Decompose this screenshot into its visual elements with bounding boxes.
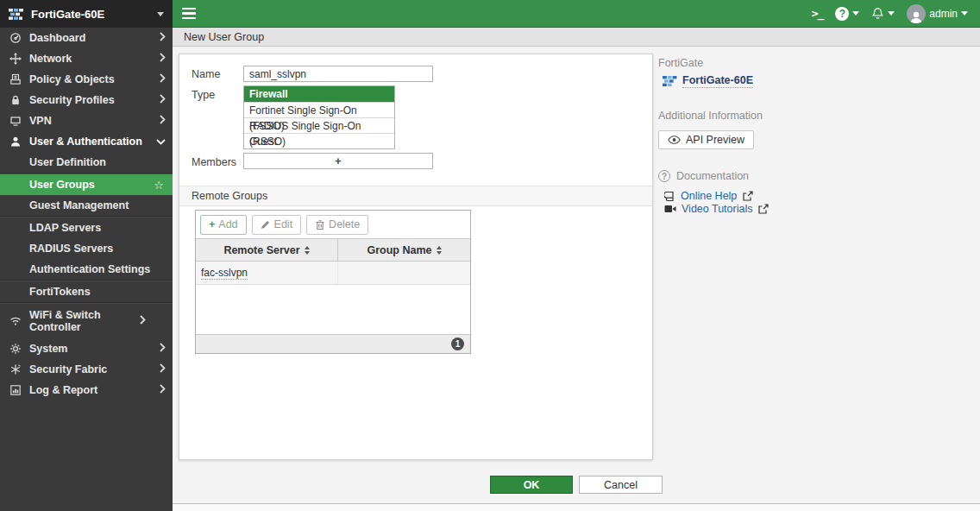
admin-username: admin: [929, 8, 958, 20]
security-fabric-icon: [9, 363, 22, 375]
sidebar-item-guest-management[interactable]: Guest Management: [0, 195, 173, 216]
user-icon: [9, 136, 22, 148]
help-icon[interactable]: ?: [835, 7, 849, 21]
policy-objects-icon: [9, 73, 22, 85]
sidebar-item-vpn[interactable]: VPN: [0, 110, 173, 131]
type-option-rsso[interactable]: RADIUS Single Sign-On (RSSO): [244, 117, 394, 133]
network-icon: [9, 53, 22, 65]
bell-icon[interactable]: [871, 7, 884, 21]
sidebar-item-wifi-switch-controller[interactable]: WiFi & Switch Controller: [0, 304, 173, 338]
column-header-group-name[interactable]: Group Name: [338, 239, 470, 261]
new-user-group-form: Name Type Firewall Fortinet Single Sign-…: [179, 54, 653, 460]
remote-groups-table: + Add Edit Delete Remote Server: [195, 210, 471, 354]
chevron-right-icon: [160, 53, 166, 65]
help-menu[interactable]: ?: [835, 7, 859, 21]
fortigate-heading: FortiGate: [658, 57, 703, 69]
name-input[interactable]: [243, 66, 433, 82]
trash-icon: [315, 219, 325, 230]
chevron-right-icon: [160, 343, 166, 355]
question-circle-icon: ?: [658, 170, 670, 182]
video-tutorials-link[interactable]: Video Tutorials: [664, 203, 769, 215]
lock-icon: [9, 94, 22, 106]
sidebar-nav: Dashboard Network Policy & Objects Secur…: [0, 28, 173, 511]
notifications-menu[interactable]: [871, 7, 895, 21]
device-link[interactable]: FortiGate-60E: [663, 74, 753, 88]
remote-groups-section-header: Remote Groups: [179, 186, 652, 206]
sidebar-item-security-profiles[interactable]: Security Profiles: [0, 90, 173, 110]
brand-bar: FortiGate-60E: [0, 0, 173, 28]
chevron-down-icon: [961, 11, 968, 16]
documentation-heading: ? Documentation: [658, 170, 749, 182]
online-help-link[interactable]: Online Help: [664, 190, 753, 202]
chevron-right-icon: [160, 363, 166, 375]
vpn-icon: [9, 115, 22, 127]
cancel-button[interactable]: Cancel: [579, 476, 663, 494]
sidebar-item-fortitokens[interactable]: FortiTokens: [0, 281, 173, 302]
sidebar-item-user-groups[interactable]: User Groups ☆: [0, 174, 173, 195]
type-option-fsso[interactable]: Fortinet Single Sign-On (FSSO): [244, 102, 394, 117]
main-content: Name Type Firewall Fortinet Single Sign-…: [173, 47, 980, 511]
fortigate-device-icon: [663, 76, 677, 86]
table-row[interactable]: fac-sslvpn: [196, 262, 470, 285]
sort-icon[interactable]: [305, 246, 310, 255]
wifi-icon: [9, 315, 22, 327]
device-name[interactable]: FortiGate-60E: [682, 74, 753, 88]
avatar[interactable]: [907, 4, 926, 23]
external-link-icon: [742, 191, 753, 202]
ok-button[interactable]: OK: [490, 476, 573, 494]
pencil-icon: [261, 219, 271, 230]
edit-button[interactable]: Edit: [252, 215, 302, 235]
breadcrumb: New User Group: [173, 28, 980, 47]
page-badge[interactable]: 1: [451, 338, 464, 350]
delete-button[interactable]: Delete: [306, 215, 368, 235]
api-preview-button[interactable]: API Preview: [658, 130, 754, 149]
sidebar-item-radius-servers[interactable]: RADIUS Servers: [0, 238, 173, 259]
sort-icon[interactable]: [437, 246, 442, 255]
sidebar-item-user-authentication[interactable]: User & Authentication: [0, 131, 173, 152]
star-icon[interactable]: ☆: [154, 179, 164, 192]
chevron-right-icon: [160, 73, 166, 85]
sidebar-item-policy-objects[interactable]: Policy & Objects: [0, 69, 173, 90]
table-header-row: Remote Server Group Name: [196, 238, 470, 262]
sidebar-item-system[interactable]: System: [0, 338, 173, 359]
add-button[interactable]: + Add: [200, 215, 247, 235]
table-empty-area: [196, 285, 470, 334]
cli-console-icon[interactable]: >_: [812, 7, 824, 20]
table-footer: 1: [196, 334, 470, 353]
plus-icon: +: [209, 218, 215, 230]
video-camera-icon: [664, 205, 676, 213]
name-label: Name: [192, 68, 220, 80]
external-link-icon: [757, 204, 769, 215]
sidebar-item-log-report[interactable]: Log & Report: [0, 380, 173, 401]
sidebar-item-network[interactable]: Network: [0, 48, 173, 69]
remote-groups-toolbar: + Add Edit Delete: [196, 211, 470, 238]
fortinet-logo-icon: [9, 9, 24, 20]
sidebar-item-user-definition[interactable]: User Definition: [0, 152, 173, 173]
page-title: New User Group: [184, 31, 264, 43]
type-option-firewall[interactable]: Firewall: [244, 86, 394, 102]
bar-chart-icon: [9, 384, 22, 396]
book-icon: [664, 191, 675, 202]
chevron-right-icon: [160, 115, 166, 127]
members-add-field[interactable]: +: [243, 153, 433, 169]
type-option-guest[interactable]: Guest: [244, 133, 394, 148]
chevron-down-icon: [852, 11, 859, 16]
fortigate-app: FortiGate-60E >_ ? admin: [0, 0, 980, 511]
chevron-down-icon: [156, 136, 166, 148]
remote-server-cell[interactable]: fac-sslvpn: [201, 267, 248, 280]
dashboard-icon: [9, 32, 22, 44]
bottom-scrollbar-track[interactable]: [173, 503, 980, 511]
sidebar-item-security-fabric[interactable]: Security Fabric: [0, 359, 173, 380]
hamburger-icon[interactable]: [173, 0, 205, 28]
chevron-right-icon: [140, 315, 146, 327]
sidebar-item-authentication-settings[interactable]: Authentication Settings: [0, 259, 173, 280]
chevron-down-icon[interactable]: [157, 12, 164, 16]
sidebar-item-dashboard[interactable]: Dashboard: [0, 28, 173, 48]
admin-menu[interactable]: admin: [907, 4, 968, 23]
column-header-remote-server[interactable]: Remote Server: [196, 239, 338, 261]
members-label: Members: [192, 156, 236, 168]
plus-icon: +: [335, 155, 341, 167]
sidebar-item-ldap-servers[interactable]: LDAP Servers: [0, 218, 173, 238]
gear-icon: [9, 343, 22, 355]
device-title: FortiGate-60E: [31, 8, 157, 21]
